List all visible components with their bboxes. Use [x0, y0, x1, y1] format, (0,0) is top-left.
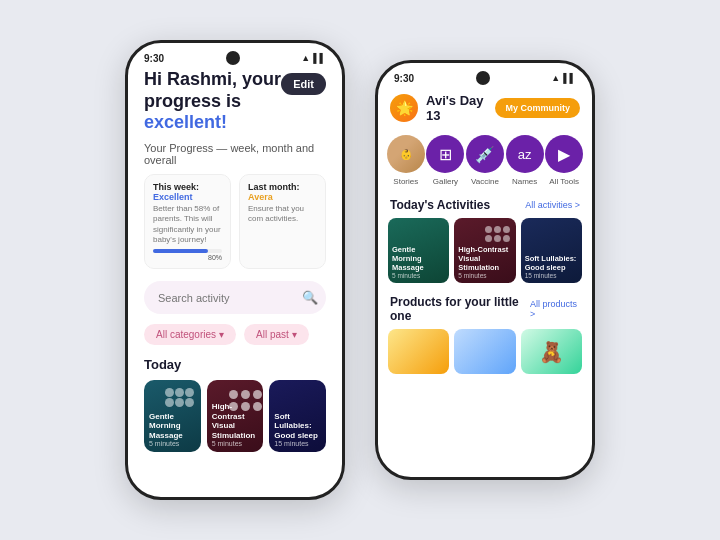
- left-phone: 9:30 ▲ ▌▌ Hi Rashmi, your progress is ex…: [125, 40, 345, 500]
- status-icons-left: ▲ ▌▌: [301, 53, 326, 63]
- search-icon: 🔍: [302, 290, 318, 305]
- products-row: 🧸: [378, 329, 592, 374]
- progress-bar: [153, 249, 208, 253]
- product-card-3[interactable]: 🧸: [521, 329, 582, 374]
- greeting-accent: excellent!: [144, 112, 227, 132]
- activity-card-0[interactable]: Gentle Morning Massage 5 minutes: [144, 380, 201, 452]
- filter-time[interactable]: All past ▾: [244, 324, 309, 345]
- progress-cards: This week: Excellent Better than 58% of …: [144, 174, 326, 270]
- greeting-text: Hi Rashmi, your progress is excellent!: [144, 69, 281, 134]
- activity-card-bg-1: High-Contrast Visual Stimulation 5 minut…: [207, 380, 264, 452]
- chevron-down-icon: ▾: [219, 329, 224, 340]
- products-section-row: Products for your little one All product…: [378, 291, 592, 329]
- notch-left: [226, 51, 240, 65]
- status-icons-right: ▲ ▌▌: [551, 73, 576, 83]
- nav-vaccine[interactable]: 💉 Vaccine: [466, 135, 504, 186]
- nav-all-tools[interactable]: ▶ All Tools: [545, 135, 583, 186]
- filter-row: All categories ▾ All past ▾: [144, 324, 326, 345]
- product-card-1[interactable]: [388, 329, 449, 374]
- top-bar: 🌟 Avi's Day 13 My Community: [378, 89, 592, 131]
- chevron-down-icon-2: ▾: [292, 329, 297, 340]
- status-bar-left: 9:30 ▲ ▌▌: [128, 43, 342, 69]
- pct-label: 80%: [153, 254, 222, 261]
- activity-card-2[interactable]: Soft Lullabies: Good sleep 15 minutes: [269, 380, 326, 452]
- gallery-icon: ⊞: [426, 135, 464, 173]
- right-activity-cards: Gentle Morning Massage 5 minutes High-Co…: [378, 218, 592, 291]
- last-month-card: Last month: Avera Ensure that you com ac…: [239, 174, 326, 270]
- all-products-link[interactable]: All products >: [530, 299, 580, 319]
- icon-row: 👶 Stories ⊞ Gallery 💉 Vaccine az Names ▶…: [378, 131, 592, 194]
- greeting-block: Hi Rashmi, your progress is excellent!: [144, 69, 281, 134]
- status-bar-right: 9:30 ▲ ▌▌: [378, 63, 592, 89]
- signal-icon-right: ▌▌: [563, 73, 576, 83]
- stories-image: 👶: [387, 135, 425, 173]
- dot-overlay-1: [229, 390, 257, 418]
- left-phone-content: Hi Rashmi, your progress is excellent! E…: [128, 69, 342, 464]
- time-left: 9:30: [144, 53, 164, 64]
- wifi-icon: ▲: [301, 53, 310, 63]
- edit-button[interactable]: Edit: [281, 73, 326, 95]
- all-tools-icon: ▶: [545, 135, 583, 173]
- right-phone: 9:30 ▲ ▌▌ 🌟 Avi's Day 13 My Community 👶 …: [375, 60, 595, 480]
- right-phone-content: 🌟 Avi's Day 13 My Community 👶 Stories ⊞ …: [378, 89, 592, 374]
- notch-right: [476, 71, 490, 85]
- signal-icon: ▌▌: [313, 53, 326, 63]
- day-label: Avi's Day 13: [426, 93, 487, 123]
- avatar: 🌟: [390, 94, 418, 122]
- activity-card-bg-0: Gentle Morning Massage 5 minutes: [144, 380, 201, 452]
- names-icon: az: [506, 135, 544, 173]
- activity-cards: Gentle Morning Massage 5 minutes High-Co…: [144, 380, 326, 452]
- activity-card-bg-2: Soft Lullabies: Good sleep 15 minutes: [269, 380, 326, 452]
- this-week-card: This week: Excellent Better than 58% of …: [144, 174, 231, 270]
- all-activities-link[interactable]: All activities >: [525, 200, 580, 210]
- progress-bar-wrap: [153, 249, 222, 253]
- r-activity-card-0[interactable]: Gentle Morning Massage 5 minutes: [388, 218, 449, 283]
- nav-stories[interactable]: 👶 Stories: [387, 135, 425, 186]
- product-icon: 🧸: [539, 340, 564, 364]
- nav-gallery[interactable]: ⊞ Gallery: [426, 135, 464, 186]
- activities-section-row: Today's Activities All activities >: [378, 194, 592, 218]
- nav-names[interactable]: az Names: [506, 135, 544, 186]
- search-box[interactable]: 🔍: [144, 281, 326, 314]
- filter-categories[interactable]: All categories ▾: [144, 324, 236, 345]
- today-section-title: Today: [144, 357, 326, 372]
- vaccine-icon: 💉: [466, 135, 504, 173]
- products-title: Products for your little one: [390, 295, 530, 323]
- activity-card-1[interactable]: High-Contrast Visual Stimulation 5 minut…: [207, 380, 264, 452]
- r-activity-card-1[interactable]: High-Contrast Visual Stimulation 5 minut…: [454, 218, 515, 283]
- time-right: 9:30: [394, 73, 414, 84]
- community-button[interactable]: My Community: [495, 98, 580, 118]
- dot-overlay: [165, 388, 193, 416]
- product-card-2[interactable]: [454, 329, 515, 374]
- progress-label: Your Progress — week, month and overall: [144, 142, 326, 166]
- r-activity-card-2[interactable]: Soft Lullabies: Good sleep 15 minutes: [521, 218, 582, 283]
- header-row: Hi Rashmi, your progress is excellent! E…: [144, 69, 326, 134]
- search-input[interactable]: [158, 292, 296, 304]
- today-activities-title: Today's Activities: [390, 198, 490, 212]
- wifi-icon-right: ▲: [551, 73, 560, 83]
